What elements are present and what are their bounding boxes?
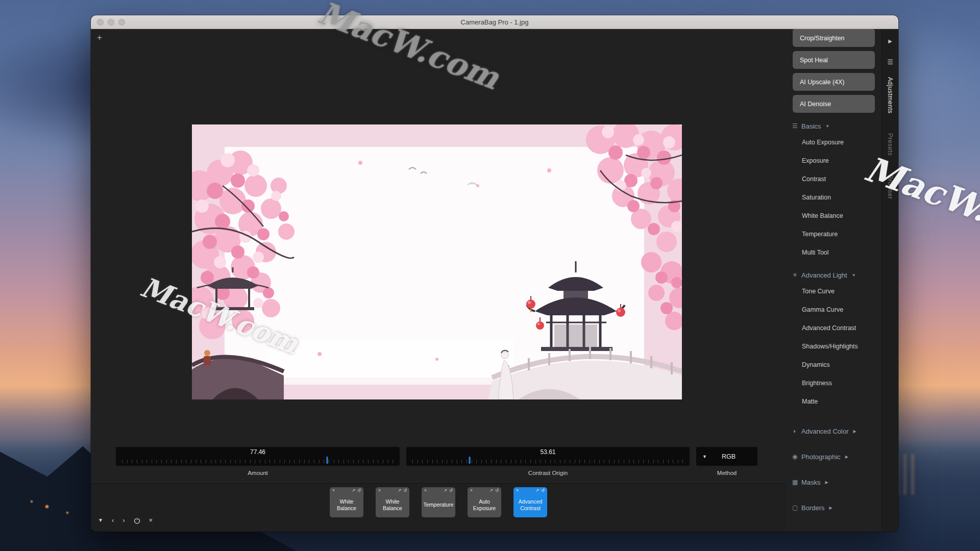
adjustment-item-advanced-contrast[interactable]: Advanced Contrast xyxy=(786,319,881,337)
close-icon[interactable]: × xyxy=(470,488,473,493)
tick-mark xyxy=(353,460,354,463)
close-icon[interactable]: × xyxy=(516,488,519,493)
adjustment-item-exposure[interactable]: Exposure xyxy=(786,152,881,170)
filmstrip-tile-auto-exposure[interactable]: ×↗↺Auto Exposure xyxy=(468,487,501,517)
method-label: Method xyxy=(696,470,757,476)
reset-icon[interactable]: ↺ xyxy=(495,488,499,493)
tick-mark xyxy=(270,460,270,463)
tick-mark xyxy=(383,460,383,463)
apply-icon[interactable]: ↗ xyxy=(398,488,401,493)
tick-mark xyxy=(289,460,290,463)
filmstrip-tile-temperature[interactable]: ×↗↺Temperature xyxy=(422,487,455,517)
tick-mark xyxy=(344,460,344,463)
minimize-window-button[interactable] xyxy=(108,19,114,26)
reset-icon[interactable]: ↺ xyxy=(357,488,361,493)
tick-mark xyxy=(560,460,560,463)
tick-mark xyxy=(457,460,457,463)
method-value: RGB xyxy=(707,453,750,460)
filmstrip-tile-white-balance[interactable]: ×↗↺White Balance xyxy=(376,487,409,517)
undo-back-icon[interactable]: ‹ xyxy=(112,517,114,524)
section-header-photographic[interactable]: ◉Photographic▶ xyxy=(786,452,881,462)
chevron-right-icon: ▶ xyxy=(845,455,848,459)
tile-label: White Balance xyxy=(331,498,362,511)
adjustment-item-multi-tool[interactable]: Multi Tool xyxy=(786,243,881,262)
tick-mark xyxy=(329,460,329,463)
adjustment-item-dynamics[interactable]: Dynamics xyxy=(786,356,881,374)
tool-button-spot-heal[interactable]: Spot Heal xyxy=(793,51,875,69)
tool-button-crop-straighten[interactable]: Crop/Straighten xyxy=(793,29,875,47)
traffic-lights xyxy=(97,19,125,26)
tick-mark xyxy=(506,460,506,463)
adjustment-item-brightness[interactable]: Brightness xyxy=(786,374,881,392)
adjustment-item-gamma-curve[interactable]: Gamma Curve xyxy=(786,300,881,319)
tick-mark xyxy=(550,460,551,463)
reset-icon[interactable]: ↺ xyxy=(449,488,453,493)
filmstrip-tile-advanced-contrast[interactable]: ×↗↺Advanced Contrast xyxy=(513,487,547,517)
tool-button-ai-upscale-4x[interactable]: AI Upscale (4X) xyxy=(793,73,875,91)
zoom-window-button[interactable] xyxy=(118,19,125,26)
close-icon[interactable]: × xyxy=(424,488,427,493)
adjustment-item-temperature[interactable]: Temperature xyxy=(786,225,881,243)
adjustment-item-shadows-highlights[interactable]: Shadows/Highlights xyxy=(786,337,881,356)
tick-mark xyxy=(171,460,172,463)
apply-icon[interactable]: ↗ xyxy=(444,488,447,493)
tick-mark xyxy=(265,460,265,463)
apply-icon[interactable]: ↗ xyxy=(352,488,355,493)
redo-forward-icon[interactable]: › xyxy=(122,517,125,524)
tick-mark xyxy=(324,460,324,463)
section-header-basics[interactable]: ☰Basics▼ xyxy=(786,121,881,131)
apply-icon[interactable]: ↗ xyxy=(489,488,493,493)
tick-mark xyxy=(294,460,295,463)
tick-mark xyxy=(245,460,246,463)
adjustment-item-matte[interactable]: Matte xyxy=(786,392,881,411)
reset-icon[interactable]: ↺ xyxy=(403,488,407,493)
adjustment-item-auto-exposure[interactable]: Auto Exposure xyxy=(786,133,881,152)
tick-mark xyxy=(280,460,280,463)
tick-mark xyxy=(555,460,555,463)
collapse-panel-icon[interactable]: ▶ xyxy=(888,38,892,44)
tick-mark xyxy=(516,460,516,463)
window-content: + xyxy=(91,29,898,532)
section-header-borders[interactable]: ▢Borders▶ xyxy=(786,503,881,513)
tick-mark xyxy=(658,460,658,463)
tick-mark xyxy=(432,460,433,463)
adjustment-item-saturation[interactable]: Saturation xyxy=(786,188,881,207)
tab-browser[interactable]: Browser xyxy=(887,175,894,199)
tick-mark xyxy=(565,460,565,463)
tick-mark xyxy=(388,460,388,463)
tick-mark xyxy=(648,460,649,463)
section-header-advanced-color[interactable]: ◑Advanced Color▶ xyxy=(786,426,881,436)
reset-icon[interactable]: ↺ xyxy=(541,488,545,493)
add-image-button[interactable]: + xyxy=(97,33,102,42)
tick-mark xyxy=(235,460,236,463)
adjustment-item-tone-curve[interactable]: Tone Curve xyxy=(786,282,881,300)
power-icon[interactable] xyxy=(134,517,140,524)
close-window-button[interactable] xyxy=(97,19,104,26)
tab-presets[interactable]: Presets xyxy=(887,133,894,156)
close-icon[interactable]: × xyxy=(149,517,153,524)
tab-adjustments[interactable]: Adjustments xyxy=(887,77,894,114)
tick-mark xyxy=(363,460,363,463)
section-header-advanced-light[interactable]: ☀Advanced Light▼ xyxy=(786,270,881,280)
image-preview xyxy=(192,124,682,399)
contrast-origin-value: 53.61 xyxy=(406,448,690,456)
chevron-down-icon[interactable]: ▼ xyxy=(98,517,103,524)
apply-icon[interactable]: ↗ xyxy=(535,488,539,493)
adjustment-item-contrast[interactable]: Contrast xyxy=(786,170,881,188)
amount-slider[interactable]: 77.46 xyxy=(116,447,400,466)
amount-slider-handle[interactable] xyxy=(326,457,328,464)
contrast-origin-slider[interactable]: 53.61 xyxy=(406,447,690,466)
close-icon[interactable]: × xyxy=(332,488,335,493)
adjustment-item-white-balance[interactable]: White Balance xyxy=(786,207,881,225)
close-icon[interactable]: × xyxy=(378,488,381,493)
menu-icon[interactable]: ☰ xyxy=(887,58,893,66)
tool-button-ai-denoise[interactable]: AI Denoise xyxy=(793,95,875,113)
tick-mark xyxy=(481,460,482,463)
filmstrip-tile-white-balance[interactable]: ×↗↺White Balance xyxy=(330,487,363,517)
contrast-origin-slider-handle[interactable] xyxy=(469,457,470,464)
tick-mark xyxy=(614,460,615,463)
method-dropdown[interactable]: ▼ RGB xyxy=(696,447,757,466)
adjustment-filmstrip: ×↗↺White Balance×↗↺White Balance×↗↺Tempe… xyxy=(91,487,786,518)
section-header-masks[interactable]: ▦Masks▶ xyxy=(786,477,881,487)
panel-tabstrip: ▶ ☰ AdjustmentsPresetsBrowser xyxy=(881,29,898,532)
